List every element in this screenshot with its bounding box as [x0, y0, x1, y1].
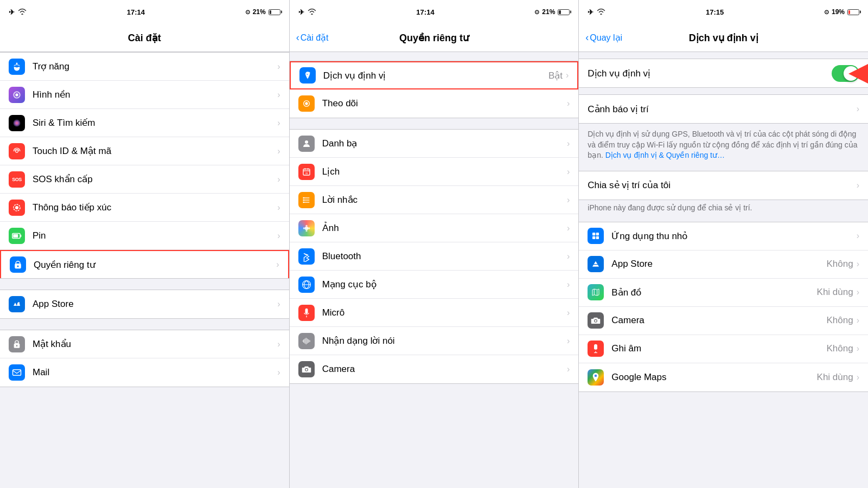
label-sos: SOS khẩn cấp [33, 174, 277, 185]
wifi-icon [18, 8, 27, 16]
chevron-micro: › [567, 308, 570, 318]
icon-google-maps [588, 369, 604, 386]
settings-list-1[interactable]: Trợ năng › Hình nền › Siri & Tìm kiếm › [0, 52, 289, 488]
row-camera-2[interactable]: Camera › [290, 355, 579, 383]
status-right-3: ⊙ 19% [824, 8, 859, 16]
icon-ghi-am [588, 341, 604, 357]
status-left-3: ✈ [588, 8, 605, 16]
row-lich[interactable]: 31 Lịch › [290, 158, 579, 186]
battery-fill-1 [270, 10, 272, 14]
icon-dich-vu-dinh-vi [299, 67, 316, 84]
battery-icon-2 [558, 9, 570, 15]
status-bar-2: ✈ 17:14 ⊙ 21% [290, 0, 579, 24]
svg-point-2 [13, 119, 20, 126]
time-2: 17:14 [416, 8, 434, 16]
label-canh-bao-vi-tri: Cảnh báo vị trí [588, 104, 856, 115]
label-loi-nhac: Lời nhắc [322, 194, 567, 206]
row-mail[interactable]: Mail › [0, 358, 289, 387]
nav-bar-2: ‹ Cài đặt Quyền riêng tư [290, 24, 579, 52]
svg-rect-37 [305, 308, 308, 313]
settings-group-2: App Store › [0, 290, 289, 319]
row-touch-id[interactable]: Touch ID & Mật mã › [0, 137, 289, 165]
svg-rect-51 [596, 236, 599, 239]
settings-group-2-1: Dịch vụ định vị Bật › Theo dõi › [290, 61, 579, 118]
row-quyen-rieng-tu[interactable]: Quyền riêng tư › [0, 250, 289, 278]
row-google-maps[interactable]: Google Maps Khi dùng › [579, 363, 868, 391]
value-google-maps: Khi dùng [817, 372, 853, 383]
location-icon: ⊙ [245, 9, 250, 16]
settings-list-3[interactable]: Dịch vụ định vị Cảnh báo vị trí › Dịch v… [579, 52, 868, 488]
label-nhan-dang-loi-noi: Nhận dạng lời nói [322, 335, 567, 346]
icon-camera-3 [588, 312, 604, 329]
row-camera-3[interactable]: Camera Không › [579, 307, 868, 335]
chevron-camera-2: › [567, 364, 570, 374]
row-bluetooth[interactable]: Bluetooth › [290, 242, 579, 271]
chevron-lich: › [567, 167, 570, 177]
settings-group-3-apps: Ứng dụng thu nhỏ › App Store Không › Bản… [579, 222, 868, 392]
label-touch-id: Touch ID & Mật mã [33, 145, 277, 157]
svg-rect-8 [21, 234, 22, 237]
chevron-google-maps: › [857, 373, 859, 382]
battery-icon-3 [847, 9, 859, 15]
desc-link[interactable]: Dịch vụ định vị & Quyền riêng tư… [605, 151, 725, 159]
row-loi-nhac[interactable]: Lời nhắc › [290, 186, 579, 214]
row-app-store-1[interactable]: App Store › [0, 290, 289, 318]
row-ban-do[interactable]: Bản đồ Khi dùng › [579, 279, 868, 307]
nav-title-2: Quyền riêng tư [399, 32, 469, 44]
status-bar-1: ✈ 17:14 ⊙ 21% [0, 0, 289, 24]
row-ung-dung-thu-nho[interactable]: Ứng dụng thu nhỏ › [579, 222, 868, 251]
chevron-chia-se: › [857, 181, 859, 190]
wifi-icon-2 [308, 8, 316, 16]
svg-point-18 [305, 140, 308, 144]
row-mat-khau[interactable]: Mật khẩu › [0, 330, 289, 358]
spacer-2-1 [290, 118, 579, 129]
row-hinh-nen[interactable]: Hình nền › [0, 81, 289, 109]
chevron-theo-doi: › [567, 99, 570, 108]
row-danh-ba[interactable]: Danh bạ › [290, 130, 579, 158]
svg-rect-49 [596, 233, 599, 235]
chevron-mat-khau: › [277, 339, 280, 349]
red-arrow [848, 64, 868, 84]
chevron-app-store-3: › [857, 259, 859, 269]
settings-list-2[interactable]: Dịch vụ định vị Bật › Theo dõi › Danh [290, 52, 579, 488]
label-camera-2: Camera [322, 364, 567, 375]
airplane-icon: ✈ [9, 8, 15, 16]
nav-back-3[interactable]: ‹ Quay lại [585, 32, 622, 43]
nav-back-2[interactable]: ‹ Cài đặt [296, 32, 329, 43]
row-nhan-dang-loi-noi[interactable]: Nhận dạng lời nói › [290, 327, 579, 355]
label-hinh-nen: Hình nền [33, 89, 277, 100]
row-chia-se-vi-tri[interactable]: Chia sẻ vị trí của tôi › [579, 171, 868, 200]
location-icon-3: ⊙ [824, 9, 829, 16]
wifi-icon-3 [597, 8, 605, 16]
time-3: 17:15 [706, 8, 724, 16]
row-theo-doi[interactable]: Theo dõi › [290, 89, 579, 118]
row-app-store-3[interactable]: App Store Không › [579, 251, 868, 279]
row-pin[interactable]: Pin › [0, 222, 289, 250]
row-siri[interactable]: Siri & Tìm kiếm › [0, 109, 289, 137]
nav-back-label-3: Quay lại [590, 33, 622, 43]
icon-ban-do [588, 284, 604, 300]
row-canh-bao-vi-tri[interactable]: Cảnh báo vị trí › [579, 95, 868, 123]
row-dich-vu-dinh-vi[interactable]: Dịch vụ định vị Bật › [290, 61, 579, 89]
nav-bar-3: ‹ Quay lại Dịch vụ định vị [579, 24, 868, 52]
row-mang-cuc-bo[interactable]: Mạng cục bộ › [290, 271, 579, 299]
icon-mat-khau [9, 336, 25, 352]
row-toggle-dich-vu: Dịch vụ định vị [579, 59, 868, 87]
icon-touch-id [9, 143, 25, 159]
label-danh-ba: Danh bạ [322, 138, 567, 149]
svg-point-33 [303, 227, 304, 229]
row-tro-nang[interactable]: Trợ năng › [0, 53, 289, 81]
svg-point-5 [16, 206, 18, 209]
row-micro[interactable]: Micrô › [290, 299, 579, 327]
label-micro: Micrô [322, 307, 567, 318]
icon-pin [9, 228, 25, 244]
row-thong-bao[interactable]: Thông báo tiếp xúc › [0, 194, 289, 222]
row-ghi-am[interactable]: Ghi âm Không › [579, 335, 868, 363]
row-anh[interactable]: Ảnh › [290, 214, 579, 242]
chevron-nhan-dang-loi-noi: › [567, 336, 570, 346]
spacer-2 [0, 319, 289, 330]
row-sos[interactable]: SOS SOS khẩn cấp › [0, 165, 289, 194]
airplane-icon-3: ✈ [588, 8, 593, 16]
battery-fill-3 [848, 10, 850, 14]
svg-rect-15 [13, 370, 21, 376]
